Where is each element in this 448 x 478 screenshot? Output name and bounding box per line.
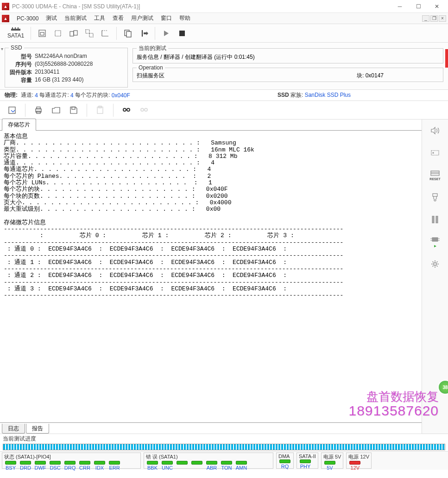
status-sata-label: 状态 (SATA1)-[PIO4]	[4, 453, 139, 460]
exit-button[interactable]	[136, 26, 151, 41]
sata-port-label: SATA1	[7, 32, 24, 39]
status-group-sata2: SATA-II PHY	[297, 453, 318, 469]
svg-point-23	[141, 108, 144, 111]
mdi-restore-button[interactable]: ❐	[430, 15, 438, 22]
reset-label: RESET	[429, 177, 440, 181]
chip-button[interactable]	[426, 145, 444, 160]
led-DRD: DRD	[19, 461, 32, 471]
led-ERR: ERR	[108, 461, 121, 471]
led-DWF: DWF	[34, 461, 47, 471]
minimize-button[interactable]: ─	[391, 1, 409, 12]
main-area: 存储芯片 基本信息 厂商. . . . . . . . . . . . . . …	[0, 120, 448, 434]
red-strip-icon	[445, 49, 448, 68]
menubar: ▲ PC-3000 测试 当前测试 工具 查看 用户测试 窗口 帮助 _ ❐ ×	[0, 13, 448, 24]
status-dma-label: DMA	[278, 453, 291, 459]
current-test-legend: 当前的测试	[137, 44, 168, 52]
stop-button[interactable]	[175, 26, 189, 41]
menu-current-test[interactable]: 当前测试	[61, 13, 90, 24]
menu-test[interactable]: 测试	[42, 13, 61, 24]
current-test-text: 服务信息 / 翻译器 / 创建翻译器 (运行中 0:01:45)	[137, 53, 439, 61]
led-BSY: BSY	[4, 461, 17, 471]
app-icon: ▲	[2, 3, 9, 10]
save-button[interactable]	[66, 103, 81, 118]
svg-rect-18	[72, 107, 75, 109]
tool-btn-5[interactable]	[98, 26, 113, 41]
led-DRQ: DRQ	[63, 461, 76, 471]
svg-rect-30	[433, 194, 437, 196]
sata-port-indicator[interactable]: SATA1	[5, 27, 27, 39]
cap-label: 容量	[9, 76, 35, 84]
tab-report[interactable]: 报告	[26, 424, 49, 434]
svg-rect-16	[37, 107, 40, 109]
led-TON: TON	[220, 461, 233, 471]
status-group-12v: 电源 12V 12V	[346, 453, 372, 469]
menu-help[interactable]: 帮助	[176, 13, 194, 24]
watermark-phone: 18913587620	[348, 403, 439, 419]
menu-window[interactable]: 窗口	[157, 13, 176, 24]
brand-label[interactable]: PC-3000	[13, 13, 42, 24]
ssd-legend: SSD	[9, 44, 24, 51]
menu-tools[interactable]: 工具	[90, 13, 109, 24]
led-12V: 12V	[348, 461, 361, 471]
led-ABR: ABR	[205, 461, 218, 471]
print-button[interactable]	[31, 103, 46, 118]
svg-point-41	[434, 263, 436, 265]
report-text-area: 基本信息 厂商. . . . . . . . . . . . . . . . .…	[0, 131, 422, 422]
find-next-button[interactable]	[137, 103, 151, 118]
mdi-close-button[interactable]: ×	[439, 15, 446, 22]
paste-button[interactable]	[93, 103, 107, 118]
serial-label: 序列号	[9, 61, 35, 69]
led-UNC: UNC	[161, 461, 174, 471]
led-blank	[190, 461, 203, 471]
led-RQ: RQ	[278, 459, 291, 469]
open-button[interactable]	[49, 103, 63, 118]
tool-btn-1[interactable]	[35, 26, 50, 41]
status-group-errors: 错 误 (SATA1) BBKUNCABRTONAMN	[144, 453, 273, 469]
led-PHY: PHY	[299, 459, 312, 469]
svg-rect-4	[39, 30, 45, 37]
operation-group: Operation 扫描服务区 块: 0x0147	[133, 64, 443, 82]
play-button[interactable]	[159, 26, 174, 41]
mdi-controls: _ ❐ ×	[422, 15, 446, 22]
copy-button[interactable]	[120, 26, 135, 41]
tool-btn-2[interactable]	[50, 26, 65, 41]
svg-rect-2	[15, 27, 16, 29]
channel-value: 4	[35, 92, 38, 99]
svg-rect-14	[9, 107, 15, 113]
svg-point-26	[433, 152, 434, 153]
close-button[interactable]: ✕	[428, 1, 446, 12]
svg-rect-10	[89, 33, 93, 37]
find-button[interactable]	[119, 103, 134, 118]
settings-button[interactable]	[426, 257, 444, 271]
sound-button[interactable]	[426, 123, 444, 138]
cap-value: 16 GB (31 293 440)	[35, 76, 83, 84]
svg-rect-8	[74, 31, 77, 35]
svg-rect-13	[179, 31, 185, 36]
connector-button[interactable]	[426, 190, 444, 205]
maximize-button[interactable]: ☐	[409, 1, 428, 12]
app-icon-small: ▲	[2, 15, 9, 22]
menu-user-test[interactable]: 用户测试	[127, 13, 157, 24]
pause-button[interactable]	[426, 212, 444, 227]
tab-log[interactable]: 日志	[2, 424, 25, 434]
tool-btn-3[interactable]	[66, 26, 81, 41]
led-BBK: BBK	[146, 461, 159, 471]
reset-button[interactable]: RESET	[426, 168, 444, 182]
svg-rect-1	[12, 27, 13, 29]
svg-rect-3	[18, 27, 19, 29]
mdi-minimize-button[interactable]: _	[422, 15, 429, 22]
block-label: 块:	[357, 72, 364, 79]
led-IDX: IDX	[93, 461, 106, 471]
tab-storage-chip[interactable]: 存储芯片	[2, 119, 36, 131]
svg-rect-6	[55, 31, 61, 36]
progress-section: 当前测试进度	[0, 434, 448, 451]
menu-view[interactable]: 查看	[109, 13, 127, 24]
export-button[interactable]	[5, 103, 19, 118]
tool-btn-4[interactable]	[82, 26, 97, 41]
svg-rect-7	[70, 31, 74, 36]
svg-point-33	[434, 199, 436, 201]
svg-rect-35	[436, 216, 438, 223]
operation-legend: Operation	[137, 64, 165, 71]
chip2-button[interactable]: ▸	[426, 234, 444, 249]
blocks-per-chip-label: 每个芯片的块:	[75, 91, 110, 99]
